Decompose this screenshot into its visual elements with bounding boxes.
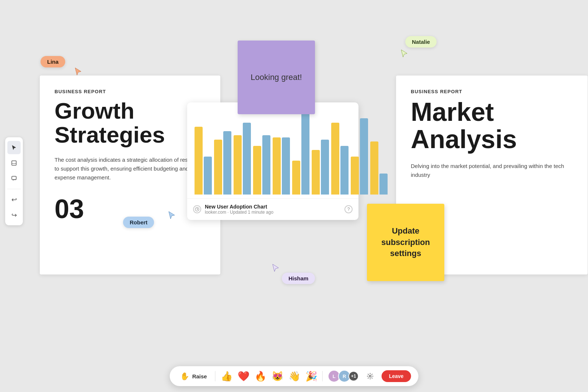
raise-button[interactable]: ✋ Raise [177,370,210,382]
toolbar-divider [7,189,21,189]
chart-info: New User Adoption Chart looker.com · Upd… [205,204,273,215]
cursor-label-lina: Lina [41,56,65,67]
bar-blue [360,118,368,195]
bar-group [234,123,251,195]
bar-group [253,135,270,195]
bar-blue [223,131,231,195]
bar-blue [301,112,309,195]
chart-bars [195,110,351,195]
comment-tool[interactable] [7,172,21,185]
bottom-toolbar: ✋ Raise 👍 ❤️ 🔥 😻 👋 🎉 L R +1 Leave [170,366,419,386]
undo-button[interactable]: ↩ [7,193,21,206]
right-report-label: BUSINESS REPORT [411,89,573,94]
svg-rect-0 [12,161,16,165]
cursor-arrow-lina [74,67,83,79]
bar-yellow [214,140,222,195]
raise-label: Raise [192,373,207,379]
bar-yellow [234,135,242,195]
cursor-label-robert: Robert [123,217,154,228]
bar-blue [321,140,329,195]
chart-source-icon [193,205,201,213]
bar-yellow [273,137,281,195]
emoji-heart[interactable]: ❤️ [238,371,249,381]
bar-group [214,131,231,195]
raise-icon: ✋ [180,372,189,381]
bar-yellow [312,150,320,195]
bar-group [273,137,290,195]
bar-yellow [351,157,359,195]
emoji-wave[interactable]: 👋 [288,371,300,381]
chart-footer: New User Adoption Chart looker.com · Upd… [187,198,358,220]
cursor-arrow-natalie [400,49,409,61]
bar-group [195,127,212,195]
bar-yellow [292,161,300,195]
bar-yellow [370,141,378,195]
bar-yellow [331,123,339,195]
cursor-arrow-hisham [271,263,280,275]
emoji-cat[interactable]: 😻 [272,371,283,381]
bar-blue [282,137,290,195]
bar-group [312,140,329,195]
bar-yellow [195,127,203,195]
left-report-title: Growth Strategies [55,99,206,147]
left-report-desc: The cost analysis indicates a strategic … [55,155,206,182]
left-toolbar: ↩ ↪ [5,137,23,225]
bar-group [351,118,368,195]
chart-widget[interactable]: New User Adoption Chart looker.com · Upd… [187,102,358,220]
chart-help-button[interactable]: ? [344,205,353,213]
left-report-label: BUSINESS REPORT [55,89,206,94]
right-report-desc: Delving into the market potential, and p… [411,162,573,179]
svg-rect-2 [12,176,16,180]
svg-point-4 [369,375,371,377]
emoji-fire[interactable]: 🔥 [255,371,266,381]
sticky-purple-text: Looking great! [245,67,308,88]
emoji-thumbsup[interactable]: 👍 [221,371,232,381]
cursor-label-hisham: Hisham [282,273,315,284]
canvas: ↩ ↪ BUSINESS REPORT Growth Strategies Th… [0,0,588,363]
leave-button[interactable]: Leave [382,370,411,382]
sticky-note-purple[interactable]: Looking great! [238,41,315,114]
bar-group [331,123,349,195]
cursor-arrow-robert [167,211,176,223]
select-tool[interactable] [7,141,21,154]
bar-blue [262,135,270,195]
chart-area [187,102,358,198]
redo-button[interactable]: ↪ [7,209,21,222]
right-report-title: Market Analysis [411,99,573,153]
toolbar-divider-1 [215,371,216,381]
bar-blue [340,146,349,195]
sticky-yellow-text: Update subscription settings [367,220,444,265]
avatar-plus: +1 [349,371,359,381]
sticky-note-yellow[interactable]: Update subscription settings [367,204,444,281]
chart-title: New User Adoption Chart [205,204,273,210]
cursor-label-natalie: Natalie [405,36,437,48]
chart-source: looker.com · Updated 1 minute ago [205,210,273,215]
bar-group [370,141,388,195]
bar-blue [204,157,212,195]
toolbar-divider-2 [322,371,323,381]
bar-yellow [253,146,261,195]
participants-avatars: L R +1 [328,370,359,382]
sticky-tool[interactable] [7,157,21,170]
bar-blue [243,123,251,195]
settings-button[interactable] [364,370,377,382]
emoji-party[interactable]: 🎉 [305,371,317,381]
bar-group [292,112,309,195]
bar-blue [379,174,388,195]
